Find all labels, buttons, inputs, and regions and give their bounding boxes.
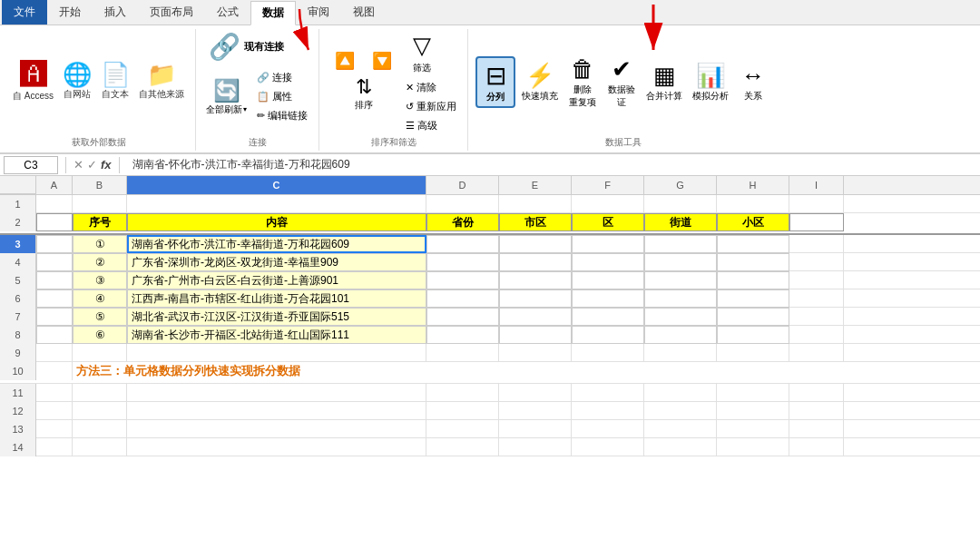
- cell-f11[interactable]: [572, 384, 644, 402]
- cell-i13[interactable]: [789, 420, 844, 438]
- cell-d7[interactable]: [426, 308, 499, 326]
- row-header-5[interactable]: 5: [0, 271, 36, 289]
- cell-g9[interactable]: [644, 344, 717, 362]
- cell-e3[interactable]: [499, 235, 572, 253]
- cell-e14[interactable]: [499, 438, 572, 456]
- tab-page-layout[interactable]: 页面布局: [138, 0, 205, 25]
- cell-b12[interactable]: [73, 402, 127, 420]
- col-header-h[interactable]: H: [717, 176, 789, 194]
- cell-i9[interactable]: [789, 344, 844, 362]
- cell-b9[interactable]: [73, 344, 127, 362]
- col-header-d[interactable]: D: [426, 176, 499, 194]
- btn-clear[interactable]: ✕ 清除: [402, 79, 440, 96]
- cell-b4[interactable]: ②: [73, 253, 127, 271]
- cell-f1[interactable]: [572, 195, 644, 213]
- tab-formula[interactable]: 公式: [205, 0, 250, 25]
- cell-d13[interactable]: [426, 420, 499, 438]
- cell-e8[interactable]: [499, 326, 572, 344]
- cell-h14[interactable]: [717, 438, 789, 456]
- btn-remove-duplicates[interactable]: 🗑 删除重复项: [564, 54, 601, 111]
- cell-a4[interactable]: [36, 253, 73, 271]
- btn-sort[interactable]: ⇅ 排序: [346, 74, 382, 113]
- btn-advanced[interactable]: ☰ 高级: [402, 117, 441, 134]
- cell-a11[interactable]: [36, 384, 73, 402]
- cell-c8[interactable]: 湖南省-长沙市-开福区-北站街道-红山国际111: [127, 326, 426, 344]
- cell-g6[interactable]: [644, 289, 717, 308]
- tab-data[interactable]: 数据: [250, 1, 296, 25]
- row-header-13[interactable]: 13: [0, 420, 36, 438]
- cell-e5[interactable]: [499, 271, 572, 289]
- cell-a5[interactable]: [36, 271, 73, 289]
- cell-c4[interactable]: 广东省-深圳市-龙岗区-双龙街道-幸福里909: [127, 253, 426, 271]
- btn-flash-fill[interactable]: ⚡ 快速填充: [518, 60, 562, 104]
- cell-f3[interactable]: [572, 235, 644, 253]
- cell-e1[interactable]: [499, 195, 572, 213]
- cell-e9[interactable]: [499, 344, 572, 362]
- cell-c14[interactable]: [127, 438, 426, 456]
- cell-e7[interactable]: [499, 308, 572, 326]
- cell-c2[interactable]: 内容: [127, 213, 426, 231]
- cell-a9[interactable]: [36, 344, 73, 362]
- cell-b1[interactable]: [73, 195, 127, 213]
- cell-i7[interactable]: [789, 308, 844, 326]
- cell-i2[interactable]: [789, 213, 844, 231]
- row-header-9[interactable]: 9: [0, 344, 36, 362]
- cell-g11[interactable]: [644, 384, 717, 402]
- cell-d14[interactable]: [426, 438, 499, 456]
- cell-d4[interactable]: [426, 253, 499, 271]
- cell-i5[interactable]: [789, 271, 844, 289]
- cell-h2[interactable]: 小区: [717, 213, 789, 231]
- btn-web[interactable]: 🌐 自网站: [59, 61, 95, 103]
- cell-f2[interactable]: 区: [572, 213, 644, 231]
- cell-f7[interactable]: [572, 308, 644, 326]
- cell-d3[interactable]: [426, 235, 499, 253]
- cell-g1[interactable]: [644, 195, 717, 213]
- cell-g3[interactable]: [644, 235, 717, 253]
- cell-reference-box[interactable]: C3: [4, 156, 58, 174]
- col-header-e[interactable]: E: [499, 176, 572, 194]
- cancel-formula-icon[interactable]: ✕: [74, 158, 83, 172]
- cell-d9[interactable]: [426, 344, 499, 362]
- btn-filter[interactable]: ▽ 筛选: [402, 29, 442, 77]
- cell-d5[interactable]: [426, 271, 499, 289]
- cell-d6[interactable]: [426, 289, 499, 308]
- row-header-3[interactable]: 3: [0, 235, 36, 253]
- cell-f8[interactable]: [572, 326, 644, 344]
- cell-i3[interactable]: [789, 235, 844, 253]
- btn-relation[interactable]: ↔ 关系: [735, 60, 771, 104]
- cell-a7[interactable]: [36, 308, 73, 326]
- row-header-12[interactable]: 12: [0, 402, 36, 420]
- cell-d12[interactable]: [426, 402, 499, 420]
- btn-properties[interactable]: 📋 属性: [253, 88, 311, 105]
- cell-g2[interactable]: 街道: [644, 213, 717, 231]
- cell-h1[interactable]: [717, 195, 789, 213]
- cell-b2[interactable]: 序号: [73, 213, 127, 231]
- cell-e6[interactable]: [499, 289, 572, 308]
- btn-sort-desc[interactable]: 🔽: [364, 50, 400, 72]
- cell-c1[interactable]: [127, 195, 426, 213]
- cell-a1[interactable]: [36, 195, 73, 213]
- btn-edit-links[interactable]: ✏ 编辑链接: [253, 107, 311, 124]
- cell-b6[interactable]: ④: [73, 289, 127, 308]
- cell-h9[interactable]: [717, 344, 789, 362]
- col-header-b[interactable]: B: [73, 176, 127, 194]
- cell-i12[interactable]: [789, 402, 844, 420]
- btn-access[interactable]: 🅰 自 Access: [9, 59, 57, 104]
- cell-f6[interactable]: [572, 289, 644, 308]
- btn-connections[interactable]: 🔗 连接: [253, 69, 311, 86]
- cell-c3[interactable]: 湖南省-怀化市-洪江市-幸福街道-万和花园609: [127, 235, 426, 253]
- row-header-10[interactable]: 10: [0, 362, 36, 380]
- cell-a10[interactable]: [36, 362, 73, 380]
- cell-c7[interactable]: 湖北省-武汉市-江汉区-江汉街道-乔亚国际515: [127, 308, 426, 326]
- cell-b7[interactable]: ⑤: [73, 308, 127, 326]
- cell-c11[interactable]: [127, 384, 426, 402]
- cell-g12[interactable]: [644, 402, 717, 420]
- cell-a12[interactable]: [36, 402, 73, 420]
- cell-b5[interactable]: ③: [73, 271, 127, 289]
- cell-h8[interactable]: [717, 326, 789, 344]
- cell-a14[interactable]: [36, 438, 73, 456]
- cell-b14[interactable]: [73, 438, 127, 456]
- col-header-i[interactable]: I: [789, 176, 844, 194]
- btn-data-validate[interactable]: ✔ 数据验证: [603, 54, 640, 111]
- cell-a8[interactable]: [36, 326, 73, 344]
